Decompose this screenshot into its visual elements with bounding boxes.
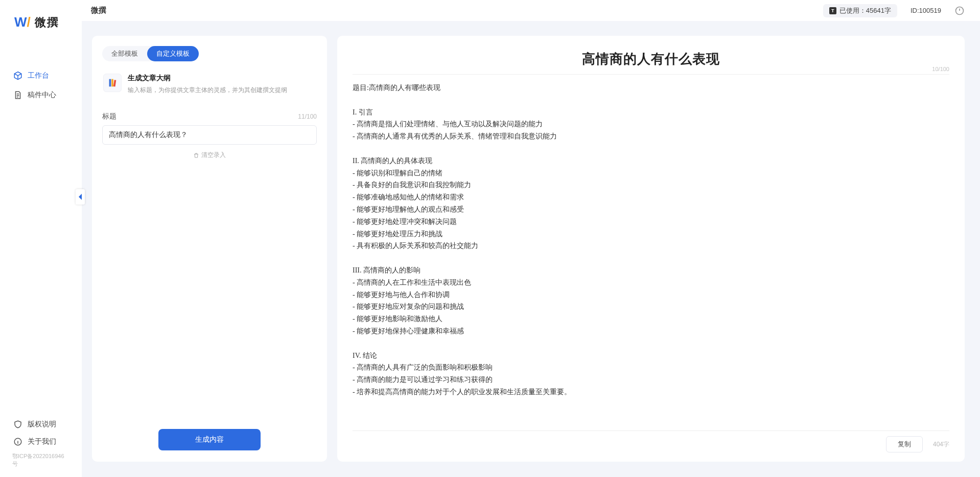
left-panel: 全部模板 自定义模板 生成文章大纲 输入标题，为你提供文章主体的灵感，并为其创建… <box>92 36 327 462</box>
doc-title[interactable]: 高情商的人有什么表现 <box>353 50 949 68</box>
page-title: 微撰 <box>91 6 106 15</box>
sidebar-item-workspace[interactable]: 工作台 <box>0 66 82 85</box>
doc-title-counter: 10/100 <box>932 66 949 72</box>
template-description: 输入标题，为你提供文章主体的灵感，并为其创建撰文提纲 <box>128 86 287 95</box>
logo-mark-icon: W/ <box>14 14 31 30</box>
logo-text: 微撰 <box>35 15 59 30</box>
power-button[interactable] <box>954 6 965 16</box>
tab-custom-template[interactable]: 自定义模板 <box>147 46 199 61</box>
logo[interactable]: W/ 微撰 <box>0 14 82 51</box>
user-id: ID:100519 <box>911 7 941 14</box>
template-title: 生成文章大纲 <box>128 74 287 83</box>
power-icon <box>954 6 965 16</box>
sidebar-item-label: 稿件中心 <box>28 90 56 100</box>
books-icon <box>103 74 122 92</box>
sidebar-item-label: 工作台 <box>28 71 49 80</box>
copy-button[interactable]: 复制 <box>886 436 923 452</box>
sidebar-link-label: 关于我们 <box>28 437 56 446</box>
title-input[interactable] <box>102 125 317 145</box>
text-icon: T <box>829 7 836 14</box>
info-icon <box>13 437 22 446</box>
tabs: 全部模板 自定义模板 <box>102 46 199 61</box>
main: 微撰 T 已使用：45641字 ID:100519 全部模板 自定义模板 <box>82 0 980 477</box>
header: 微撰 T 已使用：45641字 ID:100519 <box>82 0 980 21</box>
header-right: T 已使用：45641字 ID:100519 <box>823 4 965 17</box>
title-counter: 11/100 <box>298 113 317 120</box>
sidebar: W/ 微撰 工作台 稿件中心 版权说明 <box>0 0 82 477</box>
trash-icon <box>193 152 199 158</box>
sidebar-link-about[interactable]: 关于我们 <box>0 433 82 450</box>
sidebar-link-copyright[interactable]: 版权说明 <box>0 416 82 433</box>
doc-body[interactable]: 题目:高情商的人有哪些表现 I. 引言 - 高情商是指人们处理情绪、与他人互动以… <box>353 82 949 398</box>
cube-icon <box>13 71 22 80</box>
right-panel: 高情商的人有什么表现 10/100 题目:高情商的人有哪些表现 I. 引言 - … <box>337 36 965 462</box>
svg-rect-3 <box>111 79 113 87</box>
doc-title-row: 高情商的人有什么表现 10/100 <box>353 50 949 75</box>
template-card: 生成文章大纲 输入标题，为你提供文章主体的灵感，并为其创建撰文提纲 <box>102 72 317 105</box>
document-icon <box>13 90 22 100</box>
title-field-row: 标题 11/100 <box>102 112 317 121</box>
sidebar-nav: 工作台 稿件中心 <box>0 51 82 416</box>
usage-pill[interactable]: T 已使用：45641字 <box>823 4 897 17</box>
shield-icon <box>13 420 22 429</box>
word-count: 404字 <box>933 440 949 449</box>
generate-button[interactable]: 生成内容 <box>158 429 261 450</box>
content: 全部模板 自定义模板 生成文章大纲 输入标题，为你提供文章主体的灵感，并为其创建… <box>82 21 980 477</box>
sidebar-bottom: 版权说明 关于我们 鄂ICP备2022016946号 <box>0 416 82 477</box>
title-field-label: 标题 <box>102 112 116 121</box>
tab-all-templates[interactable]: 全部模板 <box>102 46 147 61</box>
icp-text: 鄂ICP备2022016946号 <box>0 450 82 473</box>
svg-rect-4 <box>113 80 116 86</box>
usage-label: 已使用：45641字 <box>839 6 891 15</box>
right-footer: 复制 404字 <box>353 430 949 452</box>
sidebar-item-drafts[interactable]: 稿件中心 <box>0 85 82 105</box>
collapse-button[interactable] <box>76 189 85 205</box>
clear-label: 清空录入 <box>201 151 226 160</box>
svg-rect-2 <box>109 79 111 87</box>
sidebar-link-label: 版权说明 <box>28 420 56 429</box>
clear-button[interactable]: 清空录入 <box>102 145 317 166</box>
chevron-left-icon <box>78 193 83 200</box>
